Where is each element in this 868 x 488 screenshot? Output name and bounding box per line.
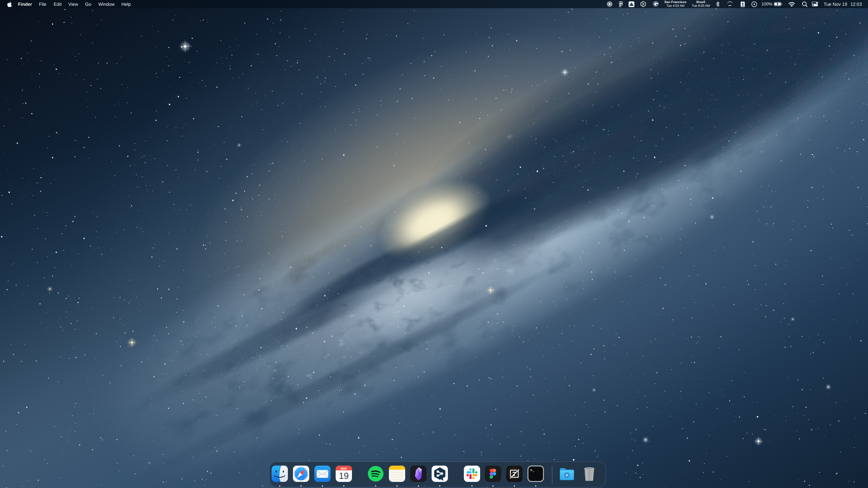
svg-text:>_: >_: [530, 469, 535, 473]
svg-text:NOV: NOV: [341, 467, 347, 470]
svg-text:19: 19: [339, 471, 349, 481]
